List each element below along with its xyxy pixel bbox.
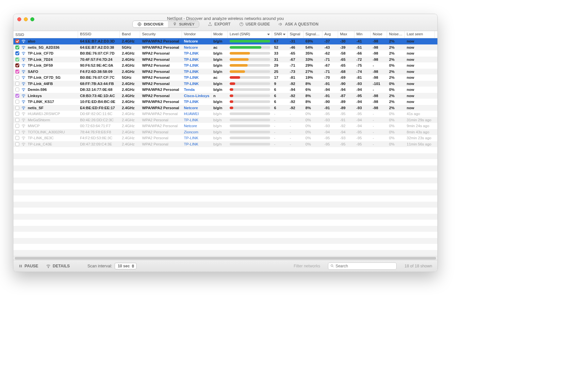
- vendor-link[interactable]: TP-LINK: [182, 118, 211, 122]
- table-row[interactable]: LinksysC8:B3:73:4E:1D:AC2.4GHzWPA2 Perso…: [13, 93, 437, 99]
- row-checkbox[interactable]: [15, 136, 19, 140]
- vendor-link[interactable]: Netcore: [182, 124, 211, 128]
- search-field[interactable]: [328, 262, 397, 270]
- col-security[interactable]: Security: [140, 31, 182, 38]
- bssid-text: F4:F2:6D:53:8E:3C: [78, 136, 120, 140]
- discover-tab[interactable]: DISCOVER: [133, 21, 168, 27]
- ask-question-button[interactable]: ASK A QUESTION: [278, 22, 318, 26]
- vendor-link[interactable]: Tenda: [182, 88, 211, 92]
- table-row[interactable]: TP-Link_44FB68:FF:7B:A3:44:FB2.4GHzWPA2 …: [13, 81, 437, 87]
- row-checkbox[interactable]: [15, 100, 19, 104]
- scan-interval-select[interactable]: 10 sec: [115, 263, 137, 269]
- last-seen-text: 9min 24s ago: [405, 124, 435, 128]
- pause-button[interactable]: PAUSE: [19, 264, 38, 268]
- snr-text: 33: [272, 51, 288, 55]
- col-level[interactable]: Level (SNR): [228, 31, 272, 38]
- table-row[interactable]: TP-Link_CF7DB0:BE:76:07:CF:7D2.4GHzWPA2 …: [13, 50, 437, 57]
- svg-point-14: [23, 103, 24, 103]
- table-row[interactable]: Demin-596D8:32:14:77:0E:682.4GHzWPA/WPA2…: [13, 87, 437, 93]
- search-input[interactable]: [335, 264, 394, 268]
- col-ssid[interactable]: SSID: [13, 31, 78, 38]
- vendor-link[interactable]: Netcore: [182, 39, 211, 43]
- table-row[interactable]: TP-LINK_8E3CF4:F2:6D:53:8E:3C2.4GHzWPA2 …: [13, 135, 437, 141]
- wifi-icon: [46, 264, 51, 268]
- table-row[interactable]: TP-Link_DF5990:F6:52:9E:4C:0A2.4GHzWPA2 …: [13, 62, 437, 69]
- table-body[interactable]: also64:EE:B7:A2:D3:3D2.4GHzWPA/WPA2 Pers…: [13, 38, 437, 256]
- row-checkbox[interactable]: [15, 45, 19, 49]
- survey-tab[interactable]: SURVEY: [168, 21, 199, 27]
- table-row[interactable]: TP-Link_CF7D_5GB0:BE:76:07:CF:7C5GHzWPA2…: [13, 75, 437, 81]
- row-checkbox[interactable]: [15, 76, 19, 79]
- table-row[interactable]: HUAWEI-2RSWCPD0:6F:82:0C:11:6C2.4GHzWPA/…: [13, 111, 437, 117]
- row-checkbox[interactable]: [15, 124, 19, 128]
- col-band[interactable]: Band: [120, 31, 140, 38]
- row-checkbox[interactable]: [15, 94, 19, 98]
- max-text: -30: [338, 39, 354, 43]
- noise-text: -98: [371, 76, 387, 79]
- vendor-link[interactable]: TP-LINK: [182, 142, 211, 146]
- row-checkbox[interactable]: [15, 58, 19, 61]
- row-checkbox[interactable]: [15, 82, 19, 86]
- vendor-link[interactable]: TP-LINK: [182, 51, 211, 55]
- svg-point-13: [23, 97, 24, 97]
- table-row[interactable]: TOTOLINK_A3002RU78:44:76:F8:E6:F82.4GHzW…: [13, 129, 437, 135]
- vendor-link[interactable]: TP-LINK: [182, 82, 211, 86]
- snr-bar: [230, 88, 270, 91]
- col-noise[interactable]: Noise: [371, 31, 387, 38]
- vendor-link[interactable]: Netcore: [182, 45, 211, 49]
- user-guide-button[interactable]: USER GUIDE: [239, 22, 270, 26]
- table-row[interactable]: MeGaShtormB0:4E:26:DD:C2:3C2.4GHzWPA2 Pe…: [13, 117, 437, 123]
- col-last-seen[interactable]: Last seen: [405, 31, 435, 38]
- col-min[interactable]: Min: [354, 31, 371, 38]
- row-checkbox[interactable]: [15, 39, 19, 43]
- noise-text: -98: [371, 94, 387, 98]
- table-row[interactable]: also64:EE:B7:A2:D3:3D2.4GHzWPA/WPA2 Pers…: [13, 38, 437, 44]
- signal-pct-text: 0%: [303, 130, 322, 134]
- col-mode[interactable]: Mode: [211, 31, 228, 38]
- details-button[interactable]: DETAILS: [46, 264, 70, 268]
- vendor-link[interactable]: TP-LINK: [182, 100, 211, 104]
- col-signal-pct[interactable]: Signal %: [303, 31, 322, 38]
- row-checkbox[interactable]: [15, 63, 19, 67]
- vendor-link[interactable]: TP-LINK: [182, 136, 211, 140]
- snr-bar: [230, 58, 270, 61]
- col-last-label: Last seen: [407, 32, 423, 36]
- horizontal-scrollbar[interactable]: [13, 256, 437, 260]
- vendor-link[interactable]: Zioncom: [182, 130, 211, 134]
- row-checkbox[interactable]: [15, 142, 19, 146]
- col-signal[interactable]: Signal: [288, 31, 303, 38]
- vendor-link[interactable]: Netcore: [182, 106, 211, 110]
- row-checkbox[interactable]: [15, 118, 19, 122]
- col-noise-pct[interactable]: Noise %: [387, 31, 405, 38]
- vendor-link[interactable]: TP-LINK: [182, 63, 211, 67]
- row-checkbox[interactable]: [15, 70, 19, 74]
- vendor-link[interactable]: Cisco-Linksys: [182, 94, 211, 98]
- col-bssid[interactable]: BSSID: [78, 31, 120, 38]
- row-checkbox[interactable]: [15, 106, 19, 110]
- col-snr[interactable]: SNR: [272, 31, 288, 38]
- snr-bar: [230, 107, 270, 109]
- table-row[interactable]: MWCP00:72:63:64:71:F72.4GHzWPA/WPA2 Pers…: [13, 123, 437, 129]
- row-count: 18 of 18 shown: [404, 264, 432, 268]
- vendor-link[interactable]: HUAWEI: [182, 112, 211, 116]
- vendor-link[interactable]: TP-LINK: [182, 76, 211, 79]
- table-row[interactable]: TP-Link_7D2470:4F:57:F4:7D:242.4GHzWPA2 …: [13, 57, 437, 63]
- vendor-link[interactable]: TP-LINK: [182, 70, 211, 74]
- export-button[interactable]: EXPORT: [208, 22, 230, 26]
- table-row[interactable]: TP-Link_C43ED8:47:32:09:C4:3E2.4GHzWPA2 …: [13, 141, 437, 147]
- col-avg[interactable]: Avg: [322, 31, 338, 38]
- svg-point-11: [23, 85, 24, 85]
- row-checkbox[interactable]: [15, 130, 19, 134]
- vendor-link[interactable]: TP-LINK: [182, 58, 211, 61]
- row-checkbox[interactable]: [15, 51, 19, 55]
- col-vendor[interactable]: Vendor: [182, 31, 211, 38]
- col-max[interactable]: Max: [338, 31, 354, 38]
- table-row[interactable]: SAFOF4:F2:6D:38:58:092.4GHzWPA2 Personal…: [13, 69, 437, 75]
- table-row[interactable]: netis_5G_A2D33664:EE:B7:A2:D3:385GHzWPA/…: [13, 44, 437, 51]
- table-row[interactable]: TP-LINK_KS1710:FE:ED:B4:BC:0E2.4GHzWPA/W…: [13, 99, 437, 105]
- table-row[interactable]: netis_SFE4:BE:ED:F0:EE:172.4GHzWPA/WPA2 …: [13, 105, 437, 111]
- row-checkbox[interactable]: [15, 88, 19, 92]
- scrollbar-thumb[interactable]: [15, 257, 436, 260]
- row-checkbox[interactable]: [15, 112, 19, 116]
- noise-pct-text: 2%: [387, 51, 405, 55]
